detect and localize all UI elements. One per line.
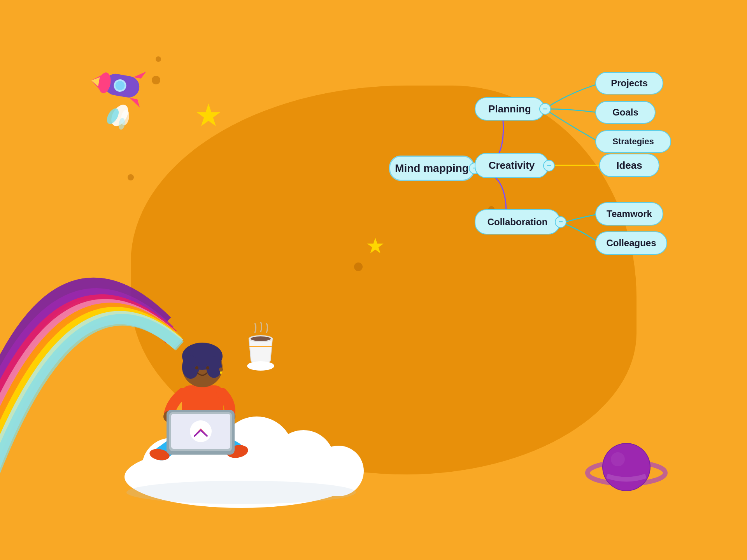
svg-point-27 bbox=[195, 366, 198, 369]
node-creativity-label: Creativity bbox=[489, 159, 535, 172]
svg-point-28 bbox=[206, 366, 209, 369]
svg-point-18 bbox=[126, 481, 356, 504]
node-strategies-label: Strategies bbox=[612, 136, 654, 147]
mindmap-container: Mind mapping − Planning − Creativity − C… bbox=[389, 62, 700, 288]
svg-point-30 bbox=[220, 371, 222, 374]
coffee-cup bbox=[241, 321, 280, 373]
minus-collaboration[interactable]: − bbox=[555, 216, 566, 228]
svg-point-29 bbox=[219, 368, 223, 371]
node-creativity[interactable]: Creativity − bbox=[475, 153, 549, 178]
node-projects[interactable]: Projects bbox=[595, 72, 663, 94]
node-mind-mapping[interactable]: Mind mapping − bbox=[389, 156, 475, 181]
svg-point-42 bbox=[603, 444, 650, 490]
svg-marker-7 bbox=[128, 98, 141, 108]
node-planning[interactable]: Planning − bbox=[475, 97, 545, 121]
star-large-1: ★ bbox=[195, 97, 223, 133]
node-colleagues[interactable]: Colleagues bbox=[595, 231, 667, 255]
node-colleagues-label: Colleagues bbox=[606, 238, 656, 248]
node-ideas[interactable]: Ideas bbox=[599, 154, 659, 177]
dot-3 bbox=[354, 262, 363, 271]
star-medium-1: ★ bbox=[366, 233, 385, 258]
svg-marker-8 bbox=[133, 70, 146, 79]
node-planning-label: Planning bbox=[488, 103, 531, 115]
node-strategies[interactable]: Strategies bbox=[595, 130, 671, 153]
planet bbox=[584, 430, 669, 502]
svg-point-36 bbox=[190, 420, 212, 442]
rocket bbox=[64, 23, 193, 149]
svg-point-43 bbox=[611, 452, 625, 466]
node-collaboration[interactable]: Collaboration − bbox=[475, 209, 560, 234]
node-goals-label: Goals bbox=[612, 107, 638, 118]
node-ideas-label: Ideas bbox=[616, 159, 642, 172]
minus-planning[interactable]: − bbox=[539, 103, 551, 115]
node-center-label: Mind mapping bbox=[395, 162, 469, 175]
node-collaboration-label: Collaboration bbox=[487, 217, 548, 228]
node-teamwork[interactable]: Teamwork bbox=[595, 202, 663, 226]
node-projects-label: Projects bbox=[611, 78, 648, 89]
svg-point-39 bbox=[247, 361, 274, 371]
svg-point-38 bbox=[251, 336, 271, 341]
node-teamwork-label: Teamwork bbox=[607, 208, 652, 219]
minus-creativity[interactable]: − bbox=[543, 160, 555, 172]
node-goals[interactable]: Goals bbox=[595, 101, 656, 124]
